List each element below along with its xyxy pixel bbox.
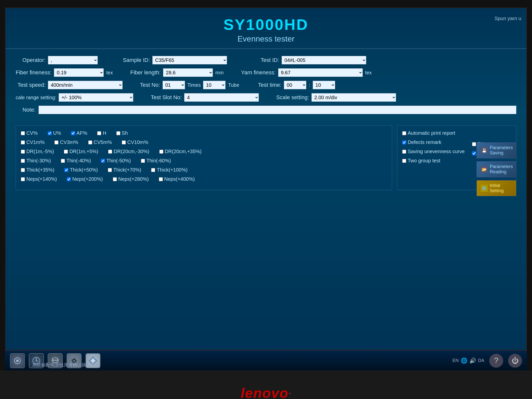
cb-defects-remark[interactable]: Defects remark [402, 139, 465, 145]
cb-cv1m[interactable]: CV1m% [21, 139, 44, 145]
sample-id-select[interactable]: C35/F65 [152, 56, 227, 64]
cb-dr1m5-input[interactable] [64, 150, 68, 154]
test-id-select[interactable]: 04#L-005 [282, 56, 366, 64]
cb-row-6: Neps(+140%) Neps(+200%) Neps(+280%) Neps… [21, 176, 387, 182]
test-time-m-select[interactable]: 10 [313, 81, 335, 89]
cb-thick70[interactable]: Thick(+70%) [108, 167, 141, 173]
parameters-reading-button[interactable]: 📂 ParametersReading [477, 161, 516, 177]
cb-dr1m5[interactable]: DR(1m,+5%) [64, 149, 98, 154]
cb-thin60[interactable]: Thin(-60%) [141, 158, 171, 164]
cb-two-group[interactable]: Two group test [402, 158, 465, 164]
cb-thick50[interactable]: Thick(+50%) [64, 167, 98, 173]
form-row-1: Operator: , Sample ID: C35/F65 Test ID: … [16, 56, 516, 64]
power-button[interactable]: ⏻ [508, 354, 522, 368]
cb-neps140[interactable]: Neps(+140%) [21, 176, 57, 182]
cb-thick100-input[interactable] [151, 168, 155, 172]
scale-setting-select[interactable]: 2.00 m/div [311, 93, 396, 102]
cb-neps400-input[interactable] [159, 177, 163, 181]
fiber-fineness-group: Fiber fineness: 0.19 tex [16, 68, 113, 77]
cb-thick100[interactable]: Thick(+100%) [151, 167, 187, 173]
panels-area: CV% U% AF% H Sh CV1m% CV3m% CV5m% CV10m%… [6, 123, 526, 193]
cb-saving-unevenness-input[interactable] [402, 150, 406, 154]
cb-thin40[interactable]: Thin(-40%) [61, 158, 91, 164]
cb-thick35[interactable]: Thick(+35%) [21, 167, 54, 173]
cb-neps200[interactable]: Neps(+200%) [67, 176, 103, 182]
fiber-length-group: Fiber length: 28.6 mm [130, 68, 224, 77]
cb-neps280-input[interactable] [113, 177, 117, 181]
test-time-h-select[interactable]: 00 [284, 81, 306, 89]
help-button[interactable]: ? [489, 354, 503, 368]
cb-cv-input[interactable] [21, 131, 25, 135]
operator-select[interactable]: , [48, 56, 98, 64]
cb-af[interactable]: AF% [71, 130, 87, 136]
test-slot-select[interactable]: 4 [184, 93, 259, 102]
scale-range-select[interactable]: +/- 100% [59, 93, 133, 102]
left-checkbox-panel: CV% U% AF% H Sh CV1m% CV3m% CV5m% CV10m%… [16, 126, 392, 190]
initial-setting-button[interactable]: ⚙️ Initial Setting [477, 180, 516, 196]
cb-cv1m-input[interactable] [21, 140, 25, 144]
cb-h-input[interactable] [97, 131, 101, 135]
form-row-2: Fiber fineness: 0.19 tex Fiber length: 2… [16, 68, 516, 77]
cb-thin30[interactable]: Thin(-30%) [21, 158, 51, 164]
cb-neps400[interactable]: Neps(+400%) [159, 176, 195, 182]
cb-auto-print[interactable]: Automatic print report [402, 130, 465, 136]
cb-thin50-input[interactable] [101, 159, 105, 163]
cb-neps280[interactable]: Neps(+280%) [113, 176, 149, 182]
cb-dr20cm35[interactable]: DR(20cm,+35%) [159, 149, 202, 154]
note-row: Note: [16, 106, 516, 114]
cb-cv3m-input[interactable] [54, 140, 58, 144]
cb-neps140-input[interactable] [21, 177, 25, 181]
cb-dr20cm-30-input[interactable] [108, 150, 112, 154]
cb-dr20cm35-input[interactable] [159, 150, 163, 154]
cb-thick50-input[interactable] [64, 168, 68, 172]
parameters-saving-icon: 💾 [481, 147, 488, 154]
cb-cv10m-input[interactable] [122, 140, 126, 144]
cb-thin50[interactable]: Thin(-50%) [101, 158, 131, 164]
test-time-label: Test time: [257, 82, 281, 88]
cb-two-group-input[interactable] [402, 159, 406, 163]
cb-cv[interactable]: CV% [21, 130, 38, 136]
cb-dr20cm-30[interactable]: DR(20cm,-30%) [108, 149, 149, 154]
cb-thin30-input[interactable] [21, 159, 25, 163]
cb-af-input[interactable] [71, 131, 75, 135]
fiber-fineness-select[interactable]: 0.19 [54, 68, 104, 77]
cb-neps200-input[interactable] [67, 177, 71, 181]
app-title: SY1000HD [6, 16, 526, 33]
cb-row-4: Thin(-30%) Thin(-40%) Thin(-50%) Thin(-6… [21, 158, 387, 164]
cb-sh-input[interactable] [116, 131, 120, 135]
cb-defects-remark-input[interactable] [402, 140, 406, 144]
form-area: Operator: , Sample ID: C35/F65 Test ID: … [6, 51, 526, 121]
parameters-saving-button[interactable]: 💾 ParametersSaving [477, 142, 516, 158]
times-select[interactable]: 10 [203, 81, 225, 89]
svg-point-11 [73, 359, 75, 362]
cb-dr1m-5-input[interactable] [21, 150, 25, 154]
cb-cv3m[interactable]: CV3m% [54, 139, 78, 145]
fiber-length-select[interactable]: 28.6 [163, 68, 213, 77]
cb-hairiness-input[interactable] [472, 151, 476, 155]
cb-thick70-input[interactable] [108, 168, 112, 172]
cb-thin40-input[interactable] [61, 159, 65, 163]
cb-cv5m-input[interactable] [88, 140, 92, 144]
taskbar-icon-1[interactable] [10, 353, 25, 368]
taskbar-volume: 🔊 [469, 357, 476, 364]
cb-u[interactable]: U% [48, 130, 61, 136]
taskbar-status: 用联标配电源线并请确认插接牢固 [32, 362, 99, 368]
cb-dirmeter-input[interactable] [472, 142, 476, 146]
note-input[interactable] [39, 106, 516, 114]
cb-thin60-input[interactable] [141, 159, 145, 163]
test-no-select[interactable]: 01 [163, 81, 185, 89]
cb-cv5m[interactable]: CV5m% [88, 139, 112, 145]
cb-thick35-input[interactable] [21, 168, 25, 172]
cb-sh[interactable]: Sh [116, 130, 128, 136]
sample-id-group: Sample ID: C35/F65 [120, 56, 227, 64]
yarn-fineness-select[interactable]: 9.67 [278, 68, 363, 77]
lenovo-brand: lenovo [241, 385, 288, 399]
test-speed-select[interactable]: 400m/min [48, 81, 123, 89]
cb-saving-unevenness[interactable]: Saving unevenness curve [402, 149, 465, 154]
cb-auto-print-input[interactable] [402, 131, 406, 135]
cb-cv10m[interactable]: CV10m% [122, 139, 148, 145]
cb-dr1m-5[interactable]: DR(1m,-5%) [21, 149, 54, 154]
cb-h[interactable]: H [97, 130, 106, 136]
cb-u-input[interactable] [48, 131, 52, 135]
taskbar-sys-icons: EN 🌐 🔊 DA [452, 357, 484, 364]
